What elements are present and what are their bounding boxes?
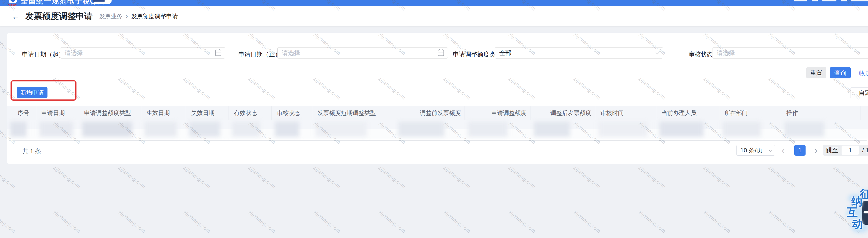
topbar-right-clipped-text — [794, 0, 807, 1]
collapse-link[interactable]: 收起 — [859, 69, 868, 78]
column-header: 发票额度短期调整类型 — [312, 106, 395, 120]
current-page-button[interactable]: 1 — [794, 145, 806, 156]
watermark-text: zijizhang.com — [768, 165, 797, 189]
column-header: 申请日期 — [36, 106, 79, 120]
breadcrumb-separator-icon: › — [126, 12, 128, 20]
watermark-text: zijizhang.com — [442, 165, 471, 189]
table-cell-redacted — [79, 120, 141, 139]
audit-status-select[interactable] — [712, 47, 868, 59]
table-cell-redacted — [465, 120, 530, 139]
region-label-clipped — [93, 0, 105, 2]
back-arrow-icon[interactable]: ← — [12, 12, 20, 20]
table-cell-redacted — [229, 120, 272, 139]
column-header: 生效日期 — [141, 106, 186, 120]
watermark-text: zijizhang.com — [703, 165, 732, 189]
page-size-value: 10 条/页 — [740, 146, 763, 154]
content-card: 申请日期（起） 申请日期（止） 申请调整额度类型 全部 审核状态 重置 查询 收… — [7, 33, 868, 164]
topbar-right-clipped-text — [841, 0, 847, 1]
table-cell-redacted — [781, 120, 861, 139]
add-application-button[interactable]: 新增申请 — [17, 87, 48, 98]
table-header-row: 序号申请日期申请调整额度类型生效日期失效日期有效状态审核状态发票额度短期调整类型… — [7, 106, 868, 120]
table-cell-redacted — [7, 120, 36, 139]
jump-to-page-group: 跳至 / 1 页 — [823, 145, 868, 156]
table-row — [7, 120, 868, 139]
tax-logo-text: 中国税务 — [8, 3, 17, 6]
watermark-text: zijizhang.com — [377, 165, 406, 189]
filter-label-date-start: 申请日期（起） — [22, 50, 65, 59]
table-cell-redacted — [36, 120, 79, 139]
chevron-down-icon — [769, 148, 772, 152]
column-header: 失效日期 — [186, 106, 229, 120]
adjust-type-select[interactable]: 全部 — [495, 47, 663, 59]
table-cell-redacted — [186, 120, 229, 139]
date-start-input[interactable] — [60, 48, 215, 58]
page-total-suffix: / 1 页 — [862, 146, 868, 154]
page-size-select[interactable]: 10 条/页 — [736, 145, 775, 156]
watermark-text: zijizhang.com — [442, 209, 471, 234]
page-title: 发票额度调整申请 — [25, 10, 93, 22]
reset-button[interactable]: 重置 — [806, 67, 826, 79]
watermark-text: zijizhang.com — [572, 209, 601, 234]
column-header: 申请调整额度类型 — [79, 106, 141, 120]
watermark-text: zijizhang.com — [52, 165, 82, 189]
watermark-text: zijizhang.com — [0, 165, 17, 189]
calendar-icon — [215, 50, 221, 56]
breadcrumb-current: 发票额度调整申请 — [131, 12, 178, 20]
assistant-char: 动 — [852, 217, 863, 232]
watermark-text: zijizhang.com — [638, 165, 666, 189]
region-switcher-pill[interactable] — [90, 0, 112, 4]
topbar: 中国税务 全国统一规范电子税务局 — [0, 0, 868, 6]
table-cell-redacted — [656, 120, 719, 139]
search-button[interactable]: 查询 — [830, 67, 851, 79]
column-header: 审核时间 — [595, 106, 656, 120]
watermark-text: zijizhang.com — [507, 165, 536, 189]
column-header: 审核状态 — [272, 106, 312, 120]
watermark-text: zijizhang.com — [182, 165, 212, 189]
table-cell-redacted — [719, 120, 781, 139]
date-end-field[interactable] — [277, 47, 448, 59]
calendar-icon — [438, 50, 444, 56]
column-header: 调整前发票额度 — [395, 106, 465, 120]
column-header: 调整后发票额度 — [530, 106, 595, 120]
tax-interaction-assistant-widget[interactable]: 征 纳 互 动 — [842, 185, 868, 238]
prev-page-arrow[interactable]: ‹ — [782, 146, 785, 155]
watermark-text: zijizhang.com — [312, 165, 341, 189]
filter-label-audit-status: 审核状态 — [689, 50, 713, 59]
table-cell-redacted — [141, 120, 186, 139]
watermark-text: zijizhang.com — [377, 209, 406, 234]
table-cell-redacted — [272, 120, 312, 139]
watermark-text: zijizhang.com — [117, 209, 147, 234]
watermark-text: zijizhang.com — [117, 165, 147, 189]
table-cell-redacted — [312, 120, 395, 139]
watermark-text: zijizhang.com — [52, 209, 82, 234]
column-header: 操作 — [781, 106, 861, 120]
watermark-text: zijizhang.com — [182, 209, 212, 234]
customize-columns-button[interactable]: 自定义 — [850, 87, 868, 98]
jump-label: 跳至 — [826, 146, 838, 154]
filter-label-adjust-type: 申请调整额度类型 — [453, 50, 501, 59]
topbar-right-clipped-text — [812, 0, 818, 1]
column-header: 序号 — [7, 106, 36, 120]
audit-status-input[interactable] — [712, 48, 868, 58]
watermark-text: zijizhang.com — [572, 165, 601, 189]
table-cell-redacted — [595, 120, 656, 139]
date-start-field[interactable] — [60, 47, 225, 59]
column-header: 申请调整额度 — [465, 106, 530, 120]
watermark-text: zijizhang.com — [703, 209, 732, 234]
table-cell-redacted — [395, 120, 465, 139]
next-page-arrow[interactable]: › — [814, 146, 817, 155]
watermark-text: zijizhang.com — [0, 209, 17, 234]
date-end-input[interactable] — [278, 48, 438, 58]
page-header: ← 发票额度调整申请 发票业务 › 发票额度调整申请 — [0, 6, 868, 26]
adjust-type-value: 全部 — [495, 49, 656, 57]
column-header: 所在部门 — [719, 106, 781, 120]
breadcrumb-parent[interactable]: 发票业务 — [99, 12, 123, 20]
assistant-mascot — [862, 201, 868, 225]
chevron-down-icon — [656, 51, 659, 54]
pagination-total: 共 1 条 — [22, 147, 41, 155]
watermark-text: zijizhang.com — [247, 165, 276, 189]
jump-page-input[interactable] — [842, 146, 859, 155]
column-header: 有效状态 — [229, 106, 272, 120]
watermark-text: zijizhang.com — [247, 209, 276, 234]
column-header: 当前办理人员 — [656, 106, 719, 120]
